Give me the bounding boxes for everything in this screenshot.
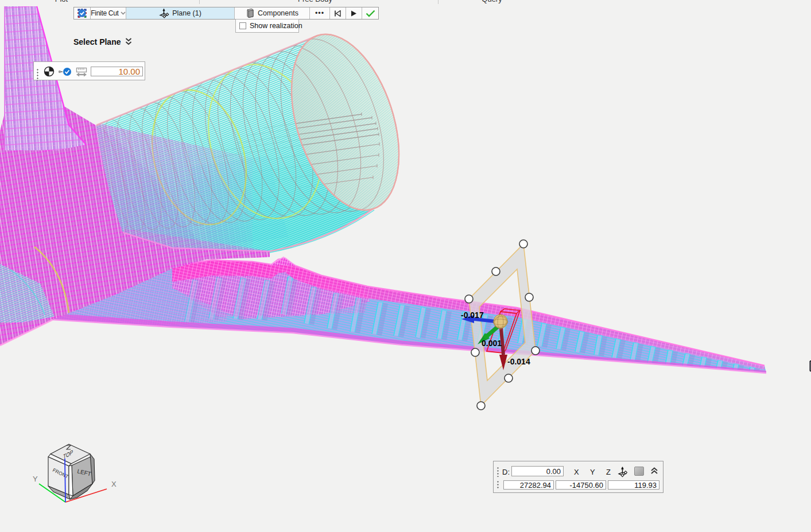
svg-text:-0.017: -0.017 [461, 310, 484, 320]
svg-text:Y: Y [33, 475, 38, 483]
svg-text:-0.014: -0.014 [507, 357, 530, 366]
svg-text:0.001: 0.001 [482, 339, 502, 348]
svg-text:X: X [111, 480, 117, 488]
